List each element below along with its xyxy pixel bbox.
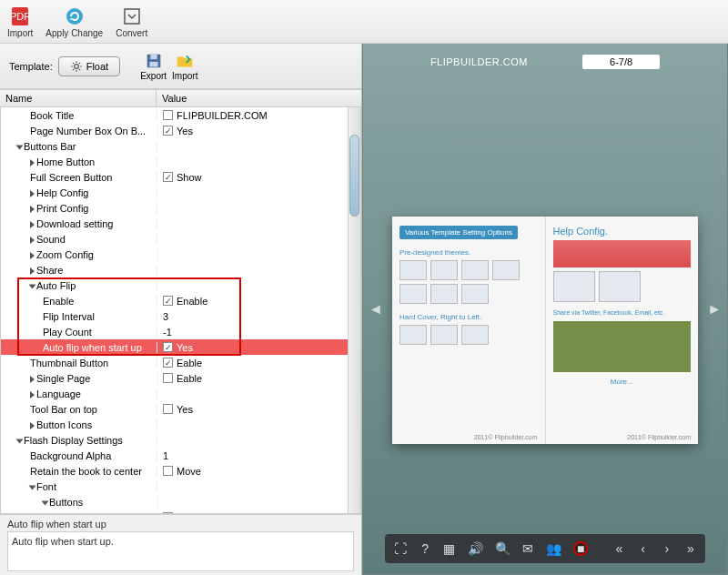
- property-name: Play Count: [43, 327, 92, 338]
- property-row[interactable]: Retain the book to centerMove: [1, 463, 360, 479]
- expand-icon[interactable]: [29, 485, 36, 489]
- property-row[interactable]: Flash Display Settings: [1, 432, 360, 448]
- email-icon[interactable]: ✉: [522, 541, 533, 556]
- checkbox-icon[interactable]: [163, 373, 173, 383]
- first-page-icon[interactable]: «: [613, 541, 624, 556]
- sound-icon[interactable]: 🔊: [468, 541, 482, 556]
- more-link[interactable]: More...: [553, 378, 692, 386]
- property-row[interactable]: Home Button: [1, 154, 360, 169]
- property-row[interactable]: Tool Bar on topYes: [1, 401, 360, 417]
- property-row[interactable]: Auto flip when start up✓Yes: [1, 339, 360, 355]
- convert-button[interactable]: Convert: [116, 5, 147, 38]
- scrollbar-thumb[interactable]: [349, 135, 359, 217]
- import-button[interactable]: PDF Import: [7, 5, 33, 38]
- checkbox-icon[interactable]: [163, 512, 173, 514]
- pdf-icon: PDF: [9, 5, 31, 27]
- import-template-button[interactable]: Import: [172, 51, 197, 81]
- page-indicator[interactable]: 6-7/8: [582, 55, 660, 69]
- checkbox-icon[interactable]: ✓: [163, 342, 173, 352]
- checkbox-icon[interactable]: [163, 466, 173, 476]
- property-table[interactable]: Book TitleFLIPBUILDER.COMPage Number Box…: [0, 107, 361, 514]
- checkbox-icon[interactable]: [163, 404, 173, 414]
- property-row[interactable]: Page Number Box On B...✓Yes: [1, 123, 360, 138]
- property-row[interactable]: Play Count-1: [1, 324, 360, 339]
- svg-line-10: [79, 68, 80, 69]
- property-row[interactable]: Download setting: [1, 216, 360, 231]
- thumbnails-icon[interactable]: ▦: [443, 541, 455, 556]
- expand-icon[interactable]: [16, 145, 24, 149]
- template-button[interactable]: Float: [58, 56, 120, 76]
- property-row[interactable]: Flip Interval3: [1, 308, 360, 324]
- fullscreen-icon[interactable]: ⛶: [394, 541, 407, 556]
- expand-icon[interactable]: [30, 252, 35, 259]
- checkbox-icon[interactable]: ✓: [163, 172, 173, 182]
- property-row[interactable]: Button Icons: [1, 417, 360, 432]
- prev-page-icon[interactable]: ‹: [638, 541, 649, 556]
- property-row[interactable]: Enable✓Enable: [1, 293, 360, 308]
- expand-icon[interactable]: [29, 284, 36, 288]
- next-page-icon[interactable]: ›: [662, 541, 672, 556]
- property-name: Enable: [43, 296, 74, 307]
- property-row[interactable]: Language: [1, 386, 360, 401]
- property-row[interactable]: Book TitleFLIPBUILDER.COM: [1, 107, 360, 123]
- expand-icon[interactable]: [30, 267, 35, 275]
- expand-icon[interactable]: [30, 237, 35, 244]
- scrollbar[interactable]: [348, 107, 360, 513]
- property-row[interactable]: Full Screen Button✓Show: [1, 169, 360, 185]
- expand-icon[interactable]: [16, 439, 24, 443]
- property-row[interactable]: Auto Flip: [1, 277, 360, 293]
- last-page-icon[interactable]: »: [685, 541, 696, 556]
- property-row[interactable]: Font Color0xffffff: [1, 509, 360, 514]
- expand-icon[interactable]: [30, 159, 35, 166]
- property-name: Page Number Box On B...: [30, 126, 146, 136]
- property-row[interactable]: Sound: [1, 231, 360, 247]
- property-row[interactable]: Help Config: [1, 185, 360, 200]
- property-name: Buttons Bar: [24, 141, 76, 152]
- property-name: Book Title: [30, 110, 74, 121]
- export-button[interactable]: Export: [140, 51, 167, 81]
- property-name: Home Button: [36, 156, 95, 167]
- help-icon[interactable]: ?: [420, 541, 430, 556]
- property-name: Buttons: [49, 497, 83, 508]
- expand-icon[interactable]: [42, 500, 49, 505]
- checkbox-icon[interactable]: ✓: [163, 296, 173, 306]
- property-row[interactable]: Zoom Config: [1, 247, 360, 262]
- column-name: Name: [0, 90, 157, 106]
- disk-icon: [144, 51, 164, 71]
- property-name: Button Icons: [36, 419, 92, 430]
- apply-change-button[interactable]: Apply Change: [46, 5, 103, 38]
- property-name: Sound: [36, 234, 66, 245]
- property-row[interactable]: Share: [1, 262, 360, 277]
- property-row[interactable]: Font: [1, 479, 360, 494]
- checkbox-icon[interactable]: [163, 110, 173, 120]
- book-left-page: Various Template Setting Options Pre-des…: [392, 217, 546, 444]
- property-row[interactable]: Background Alpha1: [1, 448, 360, 463]
- svg-rect-14: [150, 55, 157, 59]
- property-row[interactable]: Single PageEable: [1, 370, 360, 386]
- share-icon[interactable]: 👥: [546, 541, 561, 556]
- checkbox-icon[interactable]: ✓: [163, 358, 173, 368]
- svg-rect-3: [125, 9, 139, 24]
- expand-icon[interactable]: [30, 221, 35, 228]
- property-row[interactable]: Print Config: [1, 200, 360, 216]
- property-row[interactable]: Thumbnail Button✓Eable: [1, 355, 360, 370]
- expand-icon[interactable]: [30, 376, 35, 383]
- property-row[interactable]: Buttons: [1, 494, 360, 509]
- checkbox-icon[interactable]: ✓: [163, 126, 173, 136]
- next-arrow-icon[interactable]: ►: [707, 301, 722, 318]
- refresh-icon: [64, 5, 86, 27]
- property-name: Font: [36, 481, 56, 492]
- expand-icon[interactable]: [30, 206, 35, 213]
- property-row[interactable]: Buttons Bar: [1, 138, 360, 154]
- autoflip-stop-icon[interactable]: ■: [573, 541, 588, 556]
- zoom-icon[interactable]: 🔍: [495, 541, 510, 556]
- prev-arrow-icon[interactable]: ◄: [369, 301, 383, 318]
- expand-icon[interactable]: [30, 391, 35, 398]
- property-name: Single Page: [36, 373, 90, 384]
- description-body: Auto flip when start up.: [7, 531, 354, 571]
- page-subtitle-1: Pre-designed themes.: [399, 248, 538, 257]
- property-name: Tool Bar on top: [30, 404, 97, 415]
- expand-icon[interactable]: [30, 422, 35, 429]
- property-name: Flip Interval: [43, 311, 95, 322]
- expand-icon[interactable]: [30, 190, 35, 197]
